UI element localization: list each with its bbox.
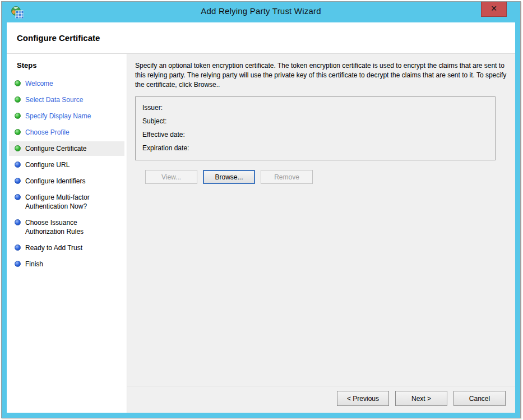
wizard-window: Add Relying Party Trust Wizard ✕ Configu… (1, 1, 521, 418)
sidebar-item-configure-certificate[interactable]: Configure Certificate (9, 141, 124, 156)
expiration-date-label: Expiration date: (142, 144, 189, 152)
step-status-icon (15, 96, 21, 103)
issuer-label: Issuer: (142, 104, 163, 112)
step-status-icon (15, 219, 21, 225)
steps-list: Welcome Select Data Source Specify Displ… (7, 76, 127, 271)
screen: Add Relying Party Trust Wizard ✕ Configu… (0, 0, 523, 420)
step-status-icon (15, 178, 21, 184)
certificate-expiration-date-row: Expiration date: (142, 141, 488, 155)
next-button[interactable]: Next > (395, 391, 447, 406)
step-label: Specify Display Name (25, 112, 91, 121)
step-label: Configure Certificate (25, 144, 86, 153)
window-body: Configure Certificate Steps Welcome Sele… (7, 22, 515, 413)
page-header: Configure Certificate (7, 22, 515, 53)
remove-button[interactable]: Remove (261, 170, 313, 184)
step-label: Ready to Add Trust (25, 243, 82, 252)
close-button[interactable]: ✕ (481, 2, 507, 17)
page-title: Configure Certificate (17, 33, 515, 43)
step-label: Choose Profile (25, 128, 70, 137)
sidebar-item-finish[interactable]: Finish (9, 257, 124, 271)
view-button[interactable]: View... (145, 170, 197, 184)
certificate-subject-row: Subject: (142, 114, 488, 128)
sidebar-item-choose-issuance-rules[interactable]: Choose Issuance Authorization Rules (9, 215, 124, 239)
step-status-icon (15, 80, 21, 86)
previous-button[interactable]: < Previous (337, 391, 389, 406)
cancel-button[interactable]: Cancel (453, 391, 506, 406)
step-status-icon (15, 161, 21, 168)
step-label: Choose Issuance Authorization Rules (25, 218, 109, 236)
steps-heading: Steps (17, 61, 127, 70)
main-content: Specify an optional token encryption cer… (127, 54, 515, 386)
sidebar-item-welcome[interactable]: Welcome (9, 76, 124, 91)
effective-date-label: Effective date: (142, 131, 185, 139)
step-description: Specify an optional token encryption cer… (135, 61, 507, 90)
step-status-icon (15, 113, 21, 119)
window-title: Add Relying Party Trust Wizard (2, 6, 520, 16)
main-panel: Specify an optional token encryption cer… (127, 54, 515, 413)
content-row: Steps Welcome Select Data Source Specify… (7, 53, 515, 413)
step-label: Welcome (25, 79, 53, 88)
wizard-footer: < Previous Next > Cancel (127, 386, 515, 413)
browse-button[interactable]: Browse... (203, 170, 255, 184)
certificate-details-box: Issuer: Subject: Effective date: (135, 96, 496, 160)
sidebar-item-configure-identifiers[interactable]: Configure Identifiers (9, 174, 124, 188)
certificate-effective-date-row: Effective date: (142, 128, 488, 141)
sidebar-item-select-data-source[interactable]: Select Data Source (9, 93, 124, 107)
step-label: Select Data Source (25, 95, 83, 104)
title-bar: Add Relying Party Trust Wizard ✕ (2, 2, 520, 22)
sidebar-item-ready-to-add-trust[interactable]: Ready to Add Trust (9, 241, 124, 255)
sidebar-item-specify-display-name[interactable]: Specify Display Name (9, 109, 124, 123)
sidebar-item-choose-profile[interactable]: Choose Profile (9, 125, 124, 140)
certificate-actions: View... Browse... Remove (135, 170, 507, 184)
certificate-issuer-row: Issuer: (142, 101, 488, 114)
step-status-icon (15, 261, 21, 267)
step-label: Configure Multi-factor Authentication No… (25, 193, 109, 211)
step-status-icon (15, 145, 21, 151)
subject-label: Subject: (142, 117, 166, 125)
step-status-icon (15, 244, 21, 251)
step-label: Configure Identifiers (25, 177, 85, 186)
step-label: Configure URL (25, 160, 70, 169)
step-status-icon (15, 194, 21, 200)
step-status-icon (15, 129, 21, 135)
sidebar-item-configure-url[interactable]: Configure URL (9, 158, 124, 172)
sidebar-item-configure-mfa[interactable]: Configure Multi-factor Authentication No… (9, 190, 124, 214)
steps-sidebar: Steps Welcome Select Data Source Specify… (7, 54, 127, 413)
step-label: Finish (25, 260, 43, 269)
